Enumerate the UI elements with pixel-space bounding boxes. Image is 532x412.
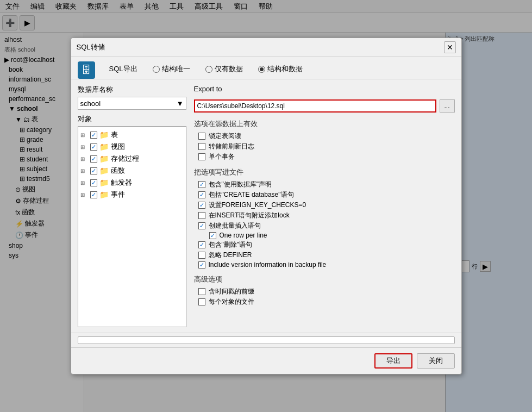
expand-icon-event: ⊞	[80, 192, 88, 198]
checkbox-func[interactable]: ✓	[90, 167, 97, 174]
checkbox-event[interactable]: ✓	[90, 191, 97, 198]
export-path-input[interactable]	[194, 99, 436, 113]
section2: 把选项写进文件 包含"使用数据库"声明 包括"CREATE database"语…	[194, 167, 455, 269]
opt-create-db: 包括"CREATE database"语句	[194, 190, 455, 200]
db-select[interactable]: school ▼	[78, 97, 186, 110]
label-batch-insert: 创建批量插入语句	[209, 221, 261, 230]
opt-batch-insert: 创建批量插入语句	[194, 221, 455, 231]
modal-close-button[interactable]: ✕	[444, 41, 456, 53]
progress-bar	[78, 336, 455, 344]
checkbox-single-trans[interactable]	[198, 153, 205, 160]
opt-per-object-file: 每个对象的文件	[194, 297, 455, 307]
expand-icon-trigger: ⊞	[80, 180, 88, 186]
checkbox-lock-insert[interactable]	[198, 212, 205, 219]
objects-label: 对象	[78, 114, 186, 124]
tab-sql-export-label: SQL导出	[109, 64, 137, 74]
checkbox-timestamp[interactable]	[198, 288, 205, 295]
label-version-info: Include version information in backup fi…	[209, 261, 327, 269]
opt-single-trans: 单个事务	[194, 152, 455, 162]
label-include-delete: 包含"删除"语句	[209, 240, 253, 249]
objects-panel: 数据库名称 school ▼ 对象 ⊞ ✓ 📁 表	[78, 85, 186, 327]
browse-button[interactable]: ...	[440, 99, 455, 113]
opt-refresh-log: 转储前刷新日志	[194, 141, 455, 152]
modal-titlebar: SQL转储 ✕	[71, 38, 461, 57]
checkbox-proc[interactable]: ✓	[90, 155, 97, 163]
progress-area	[71, 333, 461, 347]
tree-label-view: 视图	[111, 142, 125, 152]
label-lock-insert: 在INSERT语句附近添加lock	[209, 211, 290, 220]
opt-lock-table: 锁定表阅读	[194, 131, 455, 141]
label-ignore-definer: 忽略 DEFINER	[209, 251, 252, 260]
tree-label-table: 表	[111, 130, 118, 140]
section1: 选项在源数据上有效 锁定表阅读 转储前刷新日志 单个事务	[194, 119, 455, 162]
label-timestamp: 含时间戳的前缀	[209, 287, 254, 296]
tree-item-proc[interactable]: ⊞ ✓ 📁 存储过程	[80, 153, 184, 165]
radio-data-only[interactable]	[205, 66, 212, 73]
export-input-row: ...	[194, 99, 455, 113]
modal-footer: 导出 关闭	[71, 347, 461, 374]
tree-item-trigger[interactable]: ⊞ ✓ 📁 触发器	[80, 177, 184, 189]
opt-ignore-definer: 忽略 DEFINER	[194, 250, 455, 260]
db-select-row: school ▼	[78, 97, 186, 110]
tree-item-func[interactable]: ⊞ ✓ 📁 函数	[80, 165, 184, 177]
radio-structure-data[interactable]	[258, 66, 265, 73]
checkbox-version-info[interactable]	[198, 261, 205, 269]
opt-one-row: One row per line	[194, 231, 455, 240]
label-foreign-key: 设置FOREIGN_KEY_CHECKS=0	[209, 201, 306, 210]
label-refresh-log: 转储前刷新日志	[209, 142, 254, 151]
folder-icon-table: 📁	[99, 130, 109, 139]
db-label: 数据库名称	[78, 85, 186, 95]
section3-title: 高级选项	[194, 274, 455, 284]
label-per-object: 每个对象的文件	[209, 297, 254, 307]
tree-label-proc: 存储过程	[111, 154, 139, 164]
checkbox-refresh-log[interactable]	[198, 143, 205, 150]
section3: 高级选项 含时间戳的前缀 每个对象的文件	[194, 274, 455, 307]
db-select-arrow: ▼	[177, 99, 184, 108]
checkbox-view[interactable]: ✓	[90, 143, 97, 151]
checkbox-include-db[interactable]	[198, 181, 205, 188]
tab-data-only[interactable]: 仅有数据	[200, 62, 248, 78]
checkbox-trigger[interactable]: ✓	[90, 179, 97, 186]
expand-icon-func: ⊞	[80, 168, 88, 174]
close-button[interactable]: 关闭	[417, 353, 455, 369]
tab-structure-only[interactable]: 结构唯一	[147, 62, 196, 78]
label-include-db: 包含"使用数据库"声明	[209, 180, 272, 189]
checkbox-per-object[interactable]	[198, 298, 205, 305]
tab-data-only-label: 仅有数据	[215, 64, 243, 74]
checkbox-batch-insert[interactable]	[198, 222, 205, 229]
checkbox-lock-table[interactable]	[198, 133, 205, 140]
checkbox-include-delete[interactable]	[198, 241, 205, 248]
checkbox-foreign-key[interactable]	[198, 202, 205, 209]
tree-item-table[interactable]: ⊞ ✓ 📁 表	[80, 129, 184, 141]
radio-structure-only[interactable]	[153, 66, 160, 73]
checkbox-create-db[interactable]	[198, 191, 205, 198]
opt-lock-insert: 在INSERT语句附近添加lock	[194, 210, 455, 221]
tree-item-view[interactable]: ⊞ ✓ 📁 视图	[80, 141, 184, 153]
expand-icon-view: ⊞	[80, 144, 88, 150]
opt-include-db: 包含"使用数据库"声明	[194, 179, 455, 190]
label-create-db: 包括"CREATE database"语句	[209, 190, 294, 199]
expand-icon-proc: ⊞	[80, 156, 88, 162]
section1-title: 选项在源数据上有效	[194, 119, 455, 129]
tree-item-event[interactable]: ⊞ ✓ 📁 事件	[80, 189, 184, 201]
tab-bar: 🗄 SQL导出 结构唯一 仅有数据 结构和数据	[71, 57, 461, 79]
folder-icon-proc: 📁	[99, 154, 109, 163]
tree-label-trigger: 触发器	[111, 178, 132, 188]
modal-title-area: SQL转储	[77, 42, 105, 52]
checkbox-one-row[interactable]	[209, 232, 216, 239]
export-row: Export to	[194, 85, 455, 93]
checkbox-ignore-definer[interactable]	[198, 252, 205, 259]
export-button[interactable]: 导出	[374, 353, 412, 369]
opt-version-info: Include version information in backup fi…	[194, 260, 455, 269]
folder-icon-func: 📁	[99, 166, 109, 175]
tab-sql-export[interactable]: SQL导出	[104, 62, 143, 78]
modal-overlay: SQL转储 ✕ 🗄 SQL导出 结构唯一 仅有数据 结构和数据	[0, 0, 532, 412]
checkbox-table[interactable]: ✓	[90, 132, 97, 139]
tab-structure-data[interactable]: 结构和数据	[253, 62, 308, 78]
folder-icon-view: 📁	[99, 142, 109, 151]
tree-label-event: 事件	[111, 190, 125, 199]
objects-tree: ⊞ ✓ 📁 表 ⊞ ✓ 📁 视图 ⊞ ✓	[78, 126, 186, 327]
folder-icon-event: 📁	[99, 190, 109, 199]
options-panel: Export to ... 选项在源数据上有效 锁定表阅读 转储前刷新日志	[194, 85, 455, 327]
tree-label-func: 函数	[111, 166, 125, 176]
